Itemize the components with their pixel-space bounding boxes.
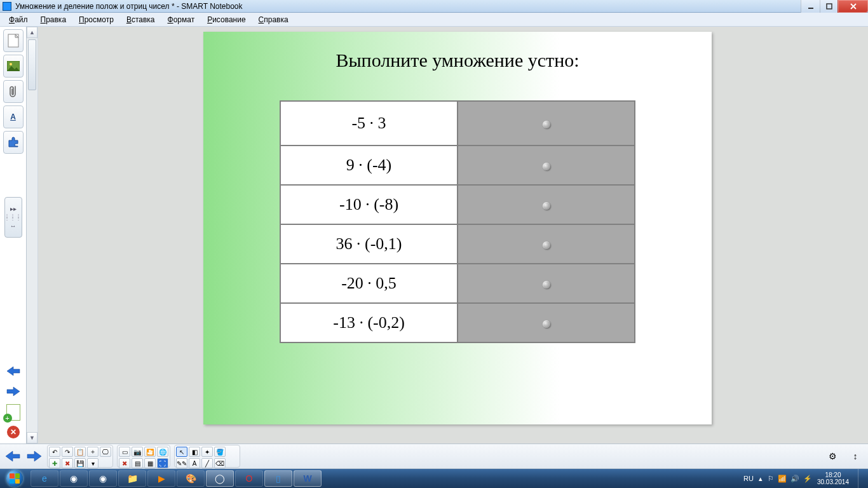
slide-title[interactable]: Выполните умножение устно:	[203, 50, 712, 71]
start-button[interactable]	[3, 470, 27, 487]
toolbar-prev-button[interactable]	[4, 447, 22, 465]
shapes-icon: ◧	[192, 449, 198, 456]
answer-cell[interactable]	[458, 224, 635, 264]
expression-cell[interactable]: -13 · (-0,2)	[280, 303, 458, 342]
text-tool-button[interactable]: A	[189, 458, 200, 468]
answer-cell[interactable]	[458, 146, 635, 185]
settings-button[interactable]: ⚙	[824, 447, 841, 465]
pens-button[interactable]: ✎✎	[176, 458, 187, 468]
line-tool-button[interactable]: ╱	[201, 458, 213, 468]
close-button[interactable]	[837, 0, 868, 13]
taskbar-app-2[interactable]: ◉	[89, 470, 117, 487]
tab-properties[interactable]: A	[3, 105, 24, 128]
network-icon[interactable]: 📶	[778, 475, 787, 483]
volume-icon[interactable]: 🔊	[790, 475, 799, 483]
reveal-dot-icon[interactable]	[543, 281, 550, 288]
expression-cell[interactable]: -20 · 0,5	[280, 264, 458, 303]
taskbar-ie[interactable]: e	[31, 470, 58, 487]
paste-button[interactable]: 📋	[74, 447, 86, 457]
page-sorter-scrollbar[interactable]: ▲ ▼	[27, 27, 38, 444]
window-controls	[801, 0, 868, 13]
scroll-down-button[interactable]: ▼	[27, 432, 37, 444]
menu-insert[interactable]: Вставка	[120, 14, 161, 25]
show-desktop-button[interactable]	[858, 469, 863, 488]
line-icon: ╱	[205, 460, 209, 467]
flag-icon[interactable]: ⚐	[768, 475, 774, 483]
answer-cell[interactable]	[458, 264, 635, 303]
menu-view[interactable]: Просмотр	[72, 14, 120, 25]
menu-file[interactable]: Файл	[3, 14, 34, 25]
expression-cell[interactable]: -5 · 3	[280, 101, 458, 146]
new-page-button[interactable]: ＋	[87, 447, 98, 457]
magic-pen-button[interactable]: ✦	[201, 447, 213, 457]
shapes-tool-button[interactable]: ◧	[189, 447, 200, 457]
toolbar-next-button[interactable]	[25, 447, 43, 465]
taskbar-explorer[interactable]: 📁	[118, 470, 146, 487]
answer-cell[interactable]	[458, 303, 635, 342]
next-page-button[interactable]	[4, 384, 22, 399]
screen-capture-button[interactable]: 🖵	[100, 447, 111, 457]
tab-addons[interactable]	[3, 131, 24, 154]
table-button[interactable]: ▦	[144, 458, 156, 468]
taskbar-app-1[interactable]: ◉	[60, 470, 88, 487]
answer-cell[interactable]	[458, 185, 635, 224]
eraser-tool-button[interactable]: ⌫	[214, 458, 226, 468]
reveal-dot-icon[interactable]	[543, 202, 550, 210]
menu-edit[interactable]: Правка	[34, 14, 73, 25]
prev-page-button[interactable]	[4, 363, 22, 379]
save-button[interactable]: 💾	[74, 458, 86, 468]
math-table[interactable]: -5 · 3 9 · (-4) -10 · (-8) 36 · (-0,1)	[280, 100, 635, 343]
reveal-dot-icon[interactable]	[543, 320, 550, 328]
menu-help[interactable]: Справка	[252, 14, 295, 25]
redo-button[interactable]: ↷	[62, 447, 73, 457]
menu-format[interactable]: Формат	[161, 14, 201, 25]
taskbar-smart-notebook[interactable]: ▯	[264, 470, 292, 487]
shade-button[interactable]: ▤	[132, 458, 143, 468]
taskbar-paint[interactable]: 🎨	[177, 470, 205, 487]
reveal-dot-icon[interactable]	[543, 163, 550, 170]
expression-cell[interactable]: -10 · (-8)	[280, 185, 458, 224]
scroll-thumb[interactable]	[28, 39, 36, 90]
delete-button[interactable]: ✖	[119, 458, 130, 468]
fullscreen-button[interactable]: ⛶	[157, 458, 168, 468]
taskbar-chrome[interactable]: ◯	[206, 470, 234, 487]
reveal-dot-icon[interactable]	[543, 121, 550, 128]
camera-button[interactable]: 📷	[132, 447, 143, 457]
fill-tool-button[interactable]: 🪣	[214, 447, 226, 457]
menu-draw[interactable]: Рисование	[201, 14, 252, 25]
tab-attachments[interactable]	[3, 80, 24, 103]
add-page-button[interactable]	[6, 404, 20, 421]
insert-page-button[interactable]: ▭	[119, 447, 130, 457]
expression-cell[interactable]: 9 · (-4)	[280, 146, 458, 185]
canvas-area[interactable]: Выполните умножение устно: -5 · 3 9 · (-…	[38, 27, 868, 444]
response-button[interactable]: 🌐	[157, 447, 168, 457]
taskbar-media[interactable]: ▶	[147, 470, 175, 487]
panel-collapse-handle[interactable]: ▸▸ ⋮⋮⋮⋮⋮⋮ ↔	[4, 197, 22, 238]
taskbar-opera[interactable]: O	[235, 470, 263, 487]
add-button[interactable]: ✚	[49, 458, 60, 468]
remove-button[interactable]: ✖	[62, 458, 73, 468]
delete-page-button[interactable]: ✕	[7, 426, 20, 438]
scroll-track[interactable]	[27, 38, 37, 432]
minimize-button[interactable]	[801, 0, 820, 13]
taskbar-word[interactable]: W	[294, 470, 322, 487]
doc-camera-button[interactable]: 🎦	[144, 447, 156, 457]
tray-clock[interactable]: 18:20 30.03.2014	[817, 471, 849, 485]
tray-chevron-up-icon[interactable]: ▴	[759, 475, 763, 483]
select-tool-button[interactable]: ↖	[176, 447, 187, 457]
tab-page-sorter[interactable]	[3, 29, 24, 52]
slide[interactable]: Выполните умножение устно: -5 · 3 9 · (-…	[203, 32, 712, 424]
expression-cell[interactable]: 36 · (-0,1)	[280, 224, 458, 264]
toolbar-group-tools: ↖ ◧ ✦ 🪣 ✎✎ A ╱ ⌫	[174, 445, 240, 468]
maximize-button[interactable]	[820, 0, 837, 13]
page-plus-icon: ＋	[90, 447, 96, 456]
battery-icon[interactable]: ⚡	[803, 475, 812, 483]
answer-cell[interactable]	[458, 101, 635, 146]
move-toolbar-button[interactable]: ↕	[846, 447, 864, 465]
reveal-dot-icon[interactable]	[543, 241, 550, 249]
language-indicator[interactable]: RU	[743, 475, 754, 482]
tab-gallery[interactable]	[3, 55, 24, 78]
undo-button[interactable]: ↶	[49, 447, 60, 457]
scroll-up-button[interactable]: ▲	[27, 27, 37, 38]
dropdown-button[interactable]: ▾	[87, 458, 98, 468]
